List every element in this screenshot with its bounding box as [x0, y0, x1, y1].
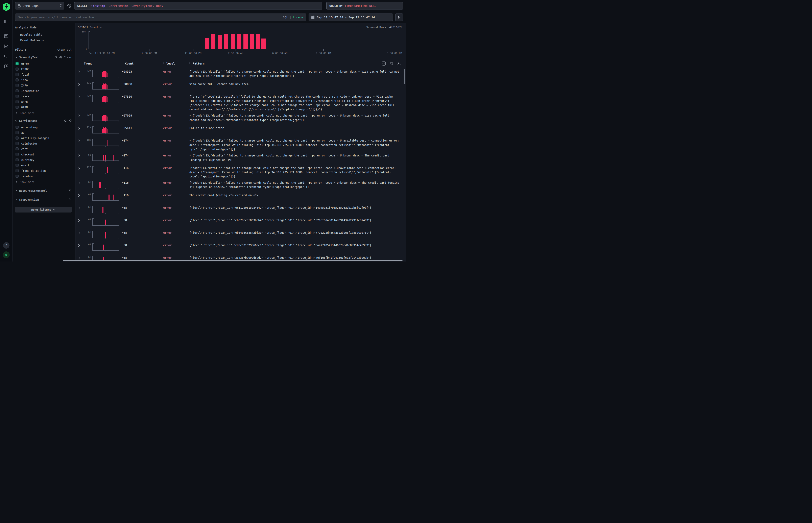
analysis-mode-tab-results-table[interactable]: Results Table [16, 32, 72, 37]
filter-option-checkout[interactable]: checkout [16, 151, 72, 157]
pattern-row[interactable]: 60~58error{"level":"error","span_id":"cd… [75, 241, 406, 254]
monitor-icon[interactable] [4, 54, 9, 59]
filter-option-cart[interactable]: cart [16, 146, 72, 151]
search-input[interactable]: Search your events w/ Lucene ex. column:… [15, 14, 306, 21]
select-columns-input[interactable]: SELECT Timestamp, ServiceName, SeverityT… [74, 2, 322, 10]
clear-all-filters-button[interactable]: Clear all [57, 48, 72, 51]
facet-pin-icon[interactable] [69, 119, 72, 122]
filter-option-artillery-loadgen[interactable]: artillery-loadgen [16, 135, 72, 141]
histogram-bar[interactable] [211, 34, 215, 49]
facet-clear-button[interactable]: Clear [64, 56, 72, 59]
filter-option-frontend[interactable]: frontend [16, 174, 72, 179]
filter-option-error[interactable]: error [16, 61, 72, 66]
code-brackets-icon[interactable] [382, 61, 386, 66]
expand-chevron-icon[interactable] [78, 138, 84, 143]
dismiss-x-icon[interactable]: × [189, 139, 191, 142]
pattern-row[interactable]: 120~116error{"code":13,"details":"failed… [75, 164, 406, 179]
facet-pin-icon[interactable] [69, 189, 72, 193]
histogram-bar[interactable] [205, 38, 209, 49]
wrap-text-icon[interactable] [389, 61, 393, 66]
pattern-row[interactable]: 22K~97360error{"error":{"code":13,"detai… [75, 92, 406, 111]
analysis-mode-tab-event-patterns[interactable]: Event Patterns [16, 37, 72, 43]
expand-chevron-icon[interactable] [78, 82, 84, 87]
chart-icon[interactable] [4, 43, 9, 49]
expand-chevron-icon[interactable] [78, 180, 84, 185]
histogram-bar[interactable] [261, 38, 266, 49]
run-query-button[interactable] [395, 14, 403, 21]
expand-chevron-icon[interactable] [78, 113, 84, 118]
checkbox[interactable] [16, 142, 19, 145]
filter-option-Information[interactable]: Information [16, 88, 72, 93]
logs-icon[interactable] [4, 34, 9, 39]
checkbox[interactable] [16, 95, 19, 98]
filter-option-ad[interactable]: ad [16, 130, 72, 135]
more-filters-button[interactable]: More filters [15, 207, 72, 213]
expand-chevron-icon[interactable] [78, 94, 84, 99]
service-show-more[interactable]: Show more [15, 179, 72, 184]
checkbox[interactable] [16, 68, 19, 71]
col-level[interactable]: level [163, 62, 189, 65]
pattern-row[interactable]: 22K~95441errorFailed to place order [75, 124, 406, 137]
source-select[interactable]: Demo Logs [15, 2, 64, 10]
filter-option-fraud-detection[interactable]: fraud-detection [16, 168, 72, 174]
histogram-bar[interactable] [224, 34, 228, 49]
pattern-row[interactable]: 60~58error{"level":"error","span_id":"6b… [75, 229, 406, 241]
facet-pin-icon[interactable] [59, 56, 62, 59]
pattern-row[interactable]: 22K~98523error{"code":13,"details":"fail… [75, 68, 406, 80]
histogram-bar[interactable] [218, 35, 222, 49]
histogram-bar[interactable] [231, 34, 235, 49]
checkbox-checked[interactable] [16, 62, 19, 65]
checkbox[interactable] [16, 100, 19, 103]
checkbox[interactable] [16, 73, 19, 76]
pattern-row[interactable]: 60~174error×{"code":13,"details":"failed… [75, 151, 406, 164]
checkbox[interactable] [16, 89, 19, 92]
facet-severitytext-header[interactable]: SeverityText Clear [15, 56, 72, 59]
histogram-bar[interactable] [244, 34, 248, 49]
checkbox[interactable] [16, 158, 19, 161]
expand-chevron-icon[interactable] [78, 230, 84, 235]
checkbox[interactable] [16, 78, 19, 82]
facet-servicename-header[interactable]: ServiceName [15, 119, 72, 122]
checkbox[interactable] [16, 153, 19, 156]
results-histogram[interactable]: 80K 0 Sep 11 3:30:00 PM7:30:00 PM11:00:0… [78, 31, 402, 56]
checkbox[interactable] [16, 106, 19, 109]
expand-chevron-icon[interactable] [78, 126, 84, 131]
col-trend[interactable]: Trend [84, 62, 122, 65]
checkbox[interactable] [16, 147, 19, 150]
facet-search-icon[interactable] [54, 56, 57, 59]
expand-chevron-icon[interactable] [78, 243, 84, 248]
checkbox[interactable] [16, 137, 19, 140]
filter-option-currency[interactable]: currency [16, 157, 72, 163]
col-pattern[interactable]: Pattern [189, 62, 382, 65]
app-logo-icon[interactable] [2, 2, 10, 11]
filter-option-email[interactable]: email [16, 163, 72, 168]
panel-left-icon[interactable] [4, 19, 9, 24]
histogram-bar[interactable] [237, 34, 241, 49]
checkbox[interactable] [16, 131, 19, 134]
expand-chevron-icon[interactable] [78, 193, 84, 198]
checkbox[interactable] [16, 84, 19, 87]
help-button[interactable]: ? [3, 242, 10, 249]
checkbox[interactable] [16, 126, 19, 129]
pattern-row[interactable]: 22K~97069error×{"code":13,"details":"fai… [75, 111, 406, 124]
filter-option-WARN[interactable]: WARN [16, 105, 72, 110]
expand-chevron-icon[interactable] [78, 153, 84, 158]
pattern-row[interactable]: 60~58error{"level":"error","span_id":"0c… [75, 204, 406, 216]
checkbox[interactable] [16, 164, 19, 167]
vertical-scrollbar-thumb[interactable] [404, 69, 405, 84]
source-settings-button[interactable] [66, 4, 72, 8]
daterange-picker[interactable]: Sep 11 15:47:14 - Sep 12 15:47:14 [308, 14, 393, 21]
severity-load-more[interactable]: Load more [15, 110, 72, 115]
histogram-bar[interactable] [256, 34, 260, 49]
expand-chevron-icon[interactable] [78, 255, 84, 260]
download-icon[interactable] [397, 61, 401, 66]
filter-option-cainjector[interactable]: cainjector [16, 141, 72, 146]
dismiss-x-icon[interactable]: × [189, 154, 191, 157]
expand-chevron-icon[interactable] [78, 205, 84, 210]
filter-option-info[interactable]: info [16, 77, 72, 83]
filter-option-accounting[interactable]: accounting [16, 124, 72, 130]
dismiss-x-icon[interactable]: × [189, 114, 191, 117]
col-count[interactable]: Count [122, 62, 163, 65]
checkbox[interactable] [16, 175, 19, 178]
expand-chevron-icon[interactable] [78, 165, 84, 170]
